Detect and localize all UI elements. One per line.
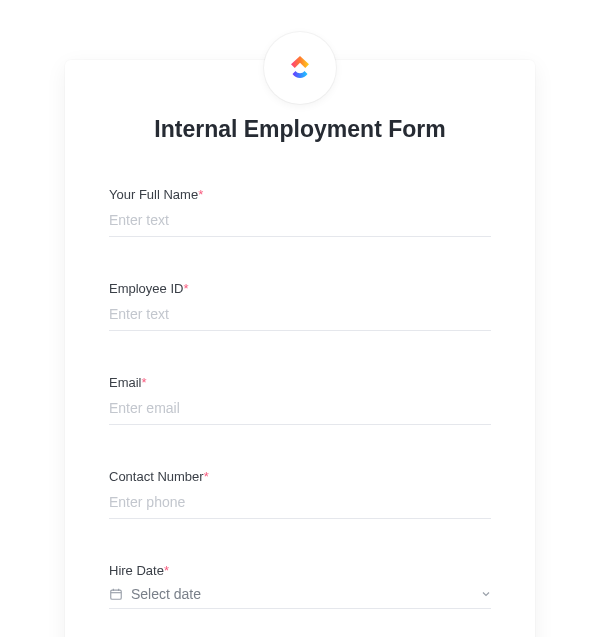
calendar-icon — [109, 587, 123, 601]
full-name-input[interactable] — [109, 202, 491, 237]
required-marker: * — [183, 281, 188, 296]
hire-date-picker[interactable]: Select date — [109, 578, 491, 609]
app-logo — [264, 32, 336, 104]
hire-date-placeholder: Select date — [131, 586, 481, 602]
label-text: Your Full Name — [109, 187, 198, 202]
clickup-logo-icon — [285, 53, 315, 83]
label-text: Employee ID — [109, 281, 183, 296]
svg-rect-0 — [111, 590, 122, 599]
employee-id-label: Employee ID* — [109, 281, 491, 296]
email-input[interactable] — [109, 390, 491, 425]
field-employee-id: Employee ID* — [109, 281, 491, 331]
form-fields: Your Full Name* Employee ID* Email* Cont… — [65, 143, 535, 609]
field-full-name: Your Full Name* — [109, 187, 491, 237]
contact-number-label: Contact Number* — [109, 469, 491, 484]
field-contact-number: Contact Number* — [109, 469, 491, 519]
full-name-label: Your Full Name* — [109, 187, 491, 202]
field-email: Email* — [109, 375, 491, 425]
required-marker: * — [204, 469, 209, 484]
label-text: Contact Number — [109, 469, 204, 484]
required-marker: * — [198, 187, 203, 202]
employee-id-input[interactable] — [109, 296, 491, 331]
field-hire-date: Hire Date* Select date — [109, 563, 491, 609]
chevron-down-icon — [481, 589, 491, 599]
required-marker: * — [164, 563, 169, 578]
form-title: Internal Employment Form — [65, 116, 535, 143]
label-text: Hire Date — [109, 563, 164, 578]
form-card: Internal Employment Form Your Full Name*… — [65, 60, 535, 637]
email-label: Email* — [109, 375, 491, 390]
required-marker: * — [142, 375, 147, 390]
hire-date-label: Hire Date* — [109, 563, 491, 578]
contact-number-input[interactable] — [109, 484, 491, 519]
label-text: Email — [109, 375, 142, 390]
